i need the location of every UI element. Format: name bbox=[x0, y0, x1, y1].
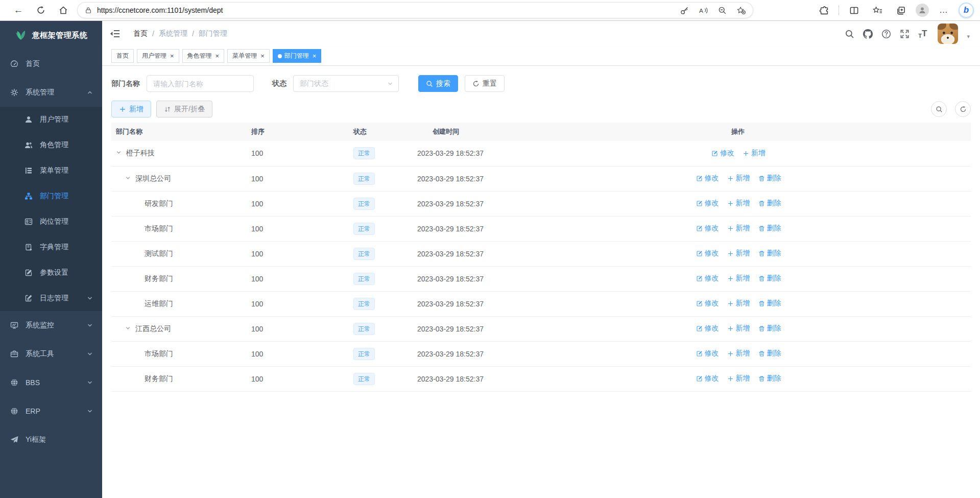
extensions-button[interactable] bbox=[815, 2, 832, 18]
sidebar-item-param-settings[interactable]: 参数设置 bbox=[0, 260, 102, 286]
sidebar-item-system-mgmt[interactable]: 系统管理 bbox=[0, 78, 102, 107]
sidebar-item-dict-mgmt[interactable]: 字典管理 bbox=[0, 234, 102, 260]
saved-password-key-icon[interactable] bbox=[680, 6, 689, 15]
status-select[interactable]: 部门状态 bbox=[293, 75, 399, 92]
expand-toggle[interactable] bbox=[125, 325, 135, 331]
expand-collapse-button[interactable]: 展开/折叠 bbox=[156, 101, 212, 117]
table-row: 运维部门100正常2023-03-29 18:52:37修改新增删除 bbox=[111, 291, 971, 316]
row-action-edit[interactable]: 修改 bbox=[696, 174, 719, 183]
add-button[interactable]: 新增 bbox=[111, 101, 151, 117]
filler-cell bbox=[817, 191, 971, 216]
font-size-icon[interactable]: TT bbox=[918, 29, 927, 39]
search-button[interactable]: 搜索 bbox=[418, 75, 458, 92]
row-action-del[interactable]: 删除 bbox=[758, 324, 781, 333]
sidebar-item-dept-mgmt[interactable]: 部门管理 bbox=[0, 183, 102, 209]
copilot-icon[interactable]: b bbox=[959, 3, 974, 18]
sidebar-toggle-icon[interactable] bbox=[110, 29, 120, 39]
address-bar[interactable]: https://ccnetcore.com:1101/system/dept A bbox=[78, 3, 753, 18]
dept-name-input[interactable] bbox=[147, 75, 254, 92]
row-action-del[interactable]: 删除 bbox=[758, 174, 781, 183]
fullscreen-icon[interactable] bbox=[900, 29, 910, 39]
row-action-del[interactable]: 删除 bbox=[758, 374, 781, 383]
row-action-add[interactable]: 新增 bbox=[727, 249, 750, 258]
sidebar-item-erp[interactable]: ERP bbox=[0, 397, 102, 425]
close-icon[interactable]: × bbox=[216, 53, 220, 59]
close-icon[interactable]: × bbox=[260, 53, 265, 59]
split-screen-button[interactable] bbox=[845, 2, 863, 18]
sidebar-item-menu-mgmt[interactable]: 菜单管理 bbox=[0, 158, 102, 183]
row-action-edit[interactable]: 修改 bbox=[696, 249, 719, 258]
github-icon[interactable] bbox=[863, 29, 873, 39]
more-options-button[interactable]: … bbox=[935, 2, 952, 18]
row-action-del[interactable]: 删除 bbox=[758, 299, 781, 308]
row-action-add[interactable]: 新增 bbox=[727, 174, 750, 183]
sidebar-item-system-tools[interactable]: 系统工具 bbox=[0, 340, 102, 368]
row-action-del[interactable]: 删除 bbox=[758, 249, 781, 258]
row-action-edit[interactable]: 修改 bbox=[696, 349, 719, 358]
row-action-del[interactable]: 删除 bbox=[758, 224, 781, 233]
browser-profile-button[interactable] bbox=[916, 4, 929, 17]
created-time-cell: 2023-03-29 18:52:37 bbox=[416, 216, 659, 241]
action-label: 修改 bbox=[720, 149, 734, 158]
row-action-edit[interactable]: 修改 bbox=[711, 149, 734, 158]
tab-menu-mgmt[interactable]: 菜单管理× bbox=[227, 49, 270, 63]
row-action-add[interactable]: 新增 bbox=[727, 374, 750, 383]
url-text[interactable]: https://ccnetcore.com:1101/system/dept bbox=[97, 6, 223, 14]
sidebar-item-post-mgmt[interactable]: 岗位管理 bbox=[0, 209, 102, 234]
created-time-cell: 2023-03-29 18:52:37 bbox=[416, 341, 659, 366]
department-table: 部门名称排序状态创建时间操作 橙子科技100正常2023-03-29 18:52… bbox=[111, 123, 971, 392]
edit-pencil-icon bbox=[696, 200, 703, 207]
sidebar-item-log-mgmt[interactable]: 日志管理 bbox=[0, 286, 102, 311]
action-label: 修改 bbox=[705, 349, 719, 358]
sidebar-item-user-mgmt[interactable]: 用户管理 bbox=[0, 107, 102, 132]
browser-refresh-button[interactable] bbox=[30, 2, 52, 18]
dept-name: 橙子科技 bbox=[126, 149, 155, 157]
app-logo[interactable]: 意框架管理系统 bbox=[0, 21, 102, 50]
table-tools bbox=[931, 101, 971, 117]
row-action-add[interactable]: 新增 bbox=[727, 199, 750, 208]
row-action-del[interactable]: 删除 bbox=[758, 274, 781, 283]
close-icon[interactable]: × bbox=[170, 53, 174, 59]
row-action-edit[interactable]: 修改 bbox=[696, 374, 719, 383]
close-icon[interactable]: × bbox=[313, 53, 317, 59]
row-action-del[interactable]: 删除 bbox=[758, 199, 781, 208]
row-action-del[interactable]: 删除 bbox=[758, 349, 781, 358]
tab-dept-mgmt[interactable]: 部门管理× bbox=[273, 49, 322, 63]
row-action-add[interactable]: 新增 bbox=[727, 349, 750, 358]
sidebar-item-yi-framework[interactable]: Yi框架 bbox=[0, 425, 102, 454]
favorites-button[interactable] bbox=[869, 2, 886, 18]
row-action-edit[interactable]: 修改 bbox=[696, 299, 719, 308]
row-action-add[interactable]: 新增 bbox=[727, 274, 750, 283]
reset-button[interactable]: 重置 bbox=[465, 75, 505, 92]
help-icon[interactable] bbox=[881, 29, 891, 39]
toggle-search-button[interactable] bbox=[931, 101, 947, 117]
avatar-caret-icon[interactable]: ▾ bbox=[967, 33, 970, 40]
browser-back-button[interactable]: ← bbox=[7, 2, 30, 18]
row-action-add[interactable]: 新增 bbox=[727, 224, 750, 233]
collections-button[interactable] bbox=[892, 2, 910, 18]
tab-user-mgmt[interactable]: 用户管理× bbox=[137, 49, 179, 63]
user-avatar[interactable] bbox=[938, 23, 958, 44]
sidebar-item-system-monitor[interactable]: 系统监控 bbox=[0, 311, 102, 340]
breadcrumb-item[interactable]: 首页 bbox=[133, 29, 148, 38]
row-action-add[interactable]: 新增 bbox=[727, 324, 750, 333]
sidebar-item-role-mgmt[interactable]: 角色管理 bbox=[0, 132, 102, 158]
browser-home-button[interactable] bbox=[52, 2, 75, 18]
favorite-star-icon[interactable] bbox=[737, 6, 746, 15]
refresh-table-button[interactable] bbox=[955, 101, 971, 117]
row-action-edit[interactable]: 修改 bbox=[696, 199, 719, 208]
search-icon[interactable] bbox=[845, 29, 854, 39]
expand-toggle[interactable] bbox=[125, 175, 135, 181]
read-aloud-icon[interactable]: A bbox=[699, 6, 708, 15]
tab-role-mgmt[interactable]: 角色管理× bbox=[182, 49, 225, 63]
row-action-add[interactable]: 新增 bbox=[727, 299, 750, 308]
row-action-add[interactable]: 新增 bbox=[743, 149, 766, 158]
row-action-edit[interactable]: 修改 bbox=[696, 224, 719, 233]
tab-home[interactable]: 首页 bbox=[111, 49, 134, 63]
sidebar-item-home[interactable]: 首页 bbox=[0, 50, 102, 78]
row-action-edit[interactable]: 修改 bbox=[696, 324, 719, 333]
row-action-edit[interactable]: 修改 bbox=[696, 274, 719, 283]
sidebar-item-bbs[interactable]: BBS bbox=[0, 368, 102, 397]
expand-toggle[interactable] bbox=[116, 150, 126, 155]
zoom-out-icon[interactable] bbox=[718, 6, 727, 15]
